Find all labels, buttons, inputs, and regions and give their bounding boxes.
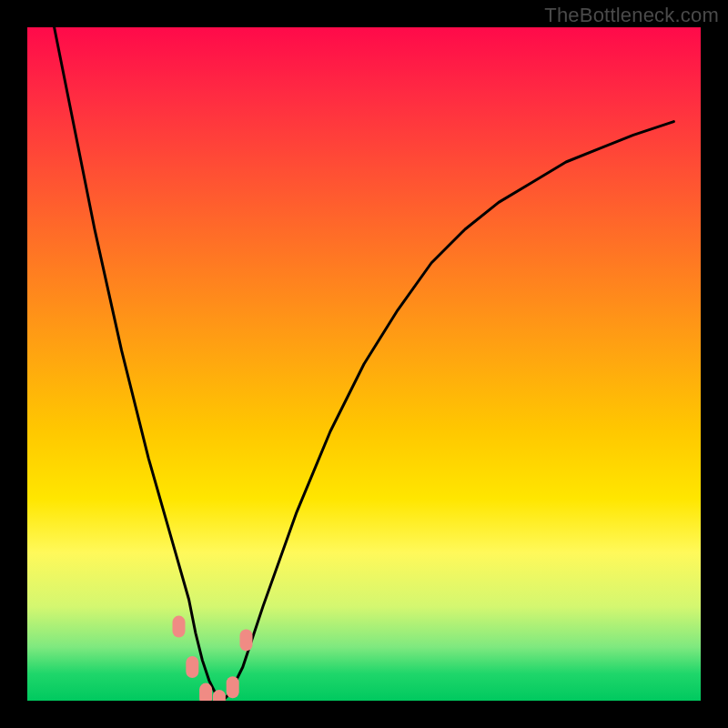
marker-dot xyxy=(199,683,212,701)
bottleneck-curve xyxy=(55,27,674,701)
marker-dot xyxy=(186,656,198,678)
plot-area xyxy=(27,27,701,701)
marker-dot xyxy=(227,676,239,698)
chart-svg xyxy=(27,27,701,701)
chart-frame: TheBottleneck.com xyxy=(0,0,728,728)
watermark-text: TheBottleneck.com xyxy=(544,4,719,27)
marker-dot xyxy=(240,629,253,651)
marker-dot xyxy=(173,616,186,638)
